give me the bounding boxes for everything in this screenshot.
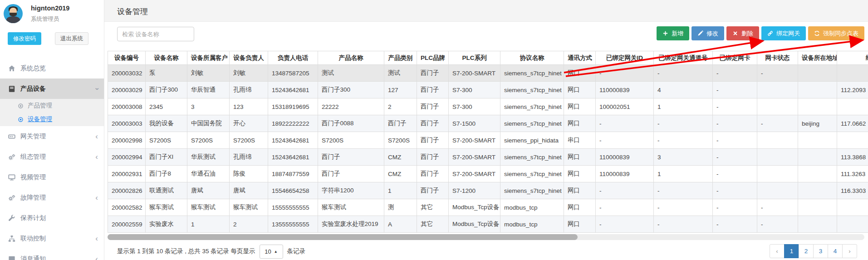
table-cell: - (713, 98, 757, 115)
table-cell: siemens_s7tcp_hinet (500, 82, 564, 98)
pencil-icon (697, 30, 703, 36)
table-cell: 唐斌 (187, 182, 230, 199)
sidebar-item-product-device[interactable]: 产品设备‹ (0, 78, 104, 99)
table-cell: 西门子0088 (318, 115, 384, 132)
username: hignton2019 (31, 5, 69, 12)
table-cell: 200002559 (108, 216, 146, 233)
force-sync-button[interactable]: 强制同步点表 (808, 26, 864, 40)
sidebar-item-linkage-control[interactable]: 联动控制‹ (0, 228, 104, 249)
refresh-icon (814, 30, 820, 36)
user-panel: hignton2019 系统管理员 修改密码 退出系统 (0, 0, 104, 58)
sidebar-item-system-overview[interactable]: 系统总览 (0, 58, 104, 78)
table-cell (798, 216, 837, 233)
table-cell: 西门子 (417, 98, 449, 115)
table-cell: - (713, 182, 757, 199)
page-size-select[interactable]: 10 ▲ (260, 245, 283, 259)
table-cell: CMZ (384, 149, 417, 166)
table-cell: 刘敏 (187, 65, 230, 82)
table-cell: 127 (384, 82, 417, 98)
table-cell: - (596, 115, 654, 132)
horizontal-scrollbar-thumb[interactable] (108, 234, 578, 240)
table-cell: 串口 (564, 132, 596, 149)
sidebar-item-message-notification[interactable]: 消息通知‹ (0, 249, 104, 260)
pagination-page-3[interactable]: 3 (813, 244, 828, 258)
page-size-value: 10 (265, 248, 271, 255)
table-cell: 刘敏 (230, 65, 268, 82)
table-cell: S7-200-SMART (449, 149, 500, 166)
column-header: 设备名称 (146, 51, 187, 65)
sidebar-item-fault-management[interactable]: 故障管理‹ (0, 187, 104, 208)
book-icon (8, 85, 15, 93)
column-header: 设备所属客户 (187, 51, 230, 65)
bind-gateway-button[interactable]: 绑定网关 (761, 26, 806, 40)
table-cell (798, 166, 837, 182)
title-bar: 设备管理 (104, 0, 868, 22)
sidebar-item-config-management[interactable]: 组态管理‹ (0, 147, 104, 167)
delete-button[interactable]: 删除 (726, 26, 759, 40)
table-cell: S7-300 (449, 82, 500, 98)
table-row[interactable]: 200002582猴车测试猴车测试猴车测试15555555555猴车测试测其它M… (108, 199, 868, 216)
gateway-icon (8, 133, 15, 140)
table-row[interactable]: 200002994西门子XI华辰测试孔雨绵15243642681西门子CMZ西门… (108, 149, 868, 166)
sidebar-item-device-management[interactable]: 设备管理 (0, 113, 104, 126)
monitor-icon (8, 174, 15, 181)
sidebar-item-gateway-management[interactable]: 网关管理‹ (0, 126, 104, 147)
table-cell (837, 199, 868, 216)
logout-button[interactable]: 退出系统 (55, 32, 88, 45)
table-cell: - (596, 199, 654, 216)
table-row[interactable]: 200002998S7200SS7200SS7200S15243642681S7… (108, 132, 868, 149)
change-password-button[interactable]: 修改密码 (8, 32, 41, 45)
table-cell: - (654, 132, 713, 149)
add-button[interactable]: 新增 (657, 26, 689, 40)
dot-circle-icon (18, 117, 24, 123)
sidebar-item-label: 设备管理 (28, 115, 52, 123)
table-cell (798, 149, 837, 166)
edit-button[interactable]: 修改 (691, 26, 724, 40)
pagination-page-1[interactable]: 1 (784, 244, 799, 258)
table-row[interactable]: 200002931西门子8华通石油陈俊18874877559西门子CMZ西门子S… (108, 166, 868, 182)
table-cell: 200003032 (108, 65, 146, 82)
table-cell: - (654, 216, 713, 233)
table-row[interactable]: 2000030082345312315318919695222222西门子S7-… (108, 98, 868, 115)
sidebar-item-label: 消息通知 (20, 255, 46, 260)
table-cell: 我的设备 (146, 115, 187, 132)
table-cell: - (713, 115, 757, 132)
table-cell: 西门子 (384, 115, 417, 132)
horizontal-scrollbar-track[interactable] (108, 234, 864, 240)
table-cell: 110000839 (596, 82, 654, 98)
table-cell: - (713, 149, 757, 166)
pagination-prev[interactable]: ‹ (770, 244, 785, 258)
table-cell: 111.3263 (837, 166, 868, 182)
pagination-page-2[interactable]: 2 (799, 244, 814, 258)
pagination-page-4[interactable]: 4 (828, 244, 843, 258)
search-input[interactable] (117, 27, 194, 41)
table-cell: - (596, 182, 654, 199)
table-cell: 2 (384, 98, 417, 115)
column-header: 产品名称 (318, 51, 384, 65)
table-cell: 西门子 (417, 182, 449, 199)
column-header: 负责人电话 (268, 51, 318, 65)
table-row[interactable]: 200003032泵刘敏刘敏13487587205测试测试西门子S7-200-S… (108, 65, 868, 82)
sidebar-item-video-management[interactable]: 视频管理 (0, 167, 104, 187)
chevron-left-icon: ‹ (95, 193, 98, 203)
sidebar-item-product-management[interactable]: 产品管理 (0, 99, 104, 113)
column-header: 通讯方式 (564, 51, 596, 65)
table-cell: 116.3303 (837, 182, 868, 199)
button-label: 修改 (706, 29, 718, 38)
table-cell: 西门子 (417, 115, 449, 132)
table-cell: siemens_s7tcp_hinet (500, 115, 564, 132)
table-row[interactable]: 200002826联通测试唐斌唐斌15546654258字符串12001西门子S… (108, 182, 868, 199)
records-summary: 显示第 1 到第 10 条记录 , 总共 35 条记录 每页显示 10 ▲ 条记… (117, 243, 305, 260)
table-row[interactable]: 200003029西门子300华辰智通孔雨绵15243642681西门子3001… (108, 82, 868, 98)
pagination-next[interactable]: › (842, 244, 857, 258)
table-cell: 113.3868 (837, 149, 868, 166)
table-row[interactable]: 200002559实验废水1213555555555实验室废水处理2019A其它… (108, 216, 868, 233)
table-cell: - (713, 166, 757, 182)
table-cell: 网口 (564, 115, 596, 132)
table-row[interactable]: 200003003我的设备中国国务院开心18922222222西门子0088西门… (108, 115, 868, 132)
table-cell: 实验废水 (146, 216, 187, 233)
sidebar-item-maintenance-plan[interactable]: 保养计划 (0, 208, 104, 228)
sidebar-item-label: 视频管理 (20, 173, 46, 182)
table-cell (837, 98, 868, 115)
table-cell: 测 (384, 199, 417, 216)
